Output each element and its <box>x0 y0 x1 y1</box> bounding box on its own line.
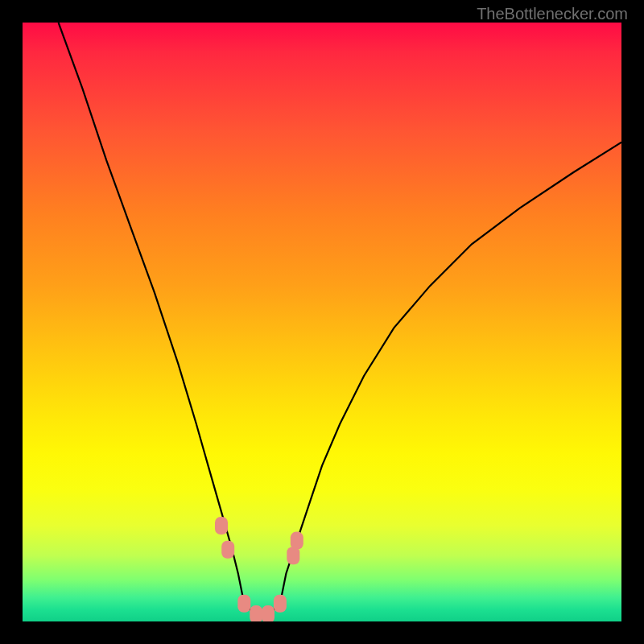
curve-marker <box>250 605 262 621</box>
curve-marker <box>262 605 275 621</box>
curve-marker <box>237 595 250 613</box>
bottleneck-curve <box>59 23 621 616</box>
chart-svg <box>23 23 621 621</box>
curve-marker <box>215 517 228 535</box>
curve-marker <box>274 595 287 613</box>
curve-marker <box>221 541 234 559</box>
curve-marker <box>291 532 303 550</box>
watermark-text: TheBottlenecker.com <box>477 5 628 23</box>
chart-plot-area <box>23 23 621 621</box>
